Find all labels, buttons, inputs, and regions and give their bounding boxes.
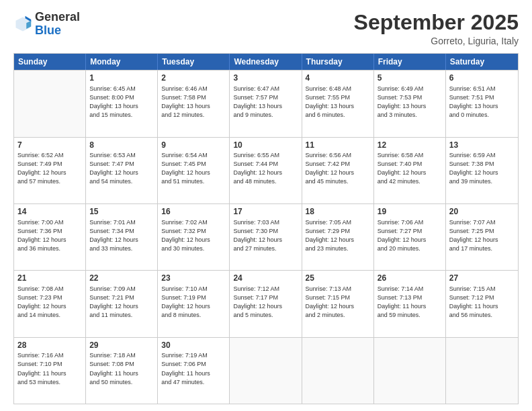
- day-number: 8: [89, 140, 154, 151]
- cal-cell-5-7: [446, 338, 518, 404]
- cell-text: Sunrise: 6:49 AMSunset: 7:53 PMDaylight:…: [378, 85, 442, 120]
- day-number: 21: [17, 273, 82, 284]
- cal-cell-2-1: 7Sunrise: 6:52 AMSunset: 7:49 PMDaylight…: [14, 138, 86, 203]
- cal-week-3: 14Sunrise: 7:00 AMSunset: 7:36 PMDayligh…: [14, 203, 518, 270]
- cell-text: Sunrise: 7:03 AMSunset: 7:30 PMDaylight:…: [233, 218, 298, 253]
- cell-text: Sunrise: 7:00 AMSunset: 7:36 PMDaylight:…: [17, 218, 82, 253]
- cal-cell-1-4: 3Sunrise: 6:47 AMSunset: 7:57 PMDaylight…: [230, 71, 302, 136]
- day-number: 20: [449, 206, 515, 218]
- cal-cell-5-1: 28Sunrise: 7:16 AMSunset: 7:10 PMDayligh…: [14, 338, 86, 404]
- cell-text: Sunrise: 6:48 AMSunset: 7:55 PMDaylight:…: [306, 85, 370, 120]
- logo-general: General: [35, 10, 80, 24]
- day-number: 23: [161, 273, 226, 284]
- cal-cell-2-2: 8Sunrise: 6:53 AMSunset: 7:47 PMDaylight…: [86, 138, 158, 203]
- cal-week-4: 21Sunrise: 7:08 AMSunset: 7:23 PMDayligh…: [14, 270, 518, 336]
- month-title: September 2025: [354, 11, 519, 34]
- cal-cell-4-7: 27Sunrise: 7:15 AMSunset: 7:12 PMDayligh…: [446, 271, 518, 336]
- cal-header-friday: Friday: [374, 54, 446, 70]
- day-number: 9: [161, 140, 226, 151]
- cell-text: Sunrise: 7:05 AMSunset: 7:29 PMDaylight:…: [306, 218, 370, 253]
- day-number: 17: [233, 206, 298, 218]
- day-number: 1: [89, 73, 154, 84]
- day-number: 18: [306, 206, 370, 218]
- cal-cell-3-7: 20Sunrise: 7:07 AMSunset: 7:25 PMDayligh…: [446, 204, 518, 270]
- cell-text: Sunrise: 7:16 AMSunset: 7:10 PMDaylight:…: [17, 351, 82, 386]
- title-block: September 2025 Gorreto, Liguria, Italy: [354, 11, 519, 46]
- cell-text: Sunrise: 6:47 AMSunset: 7:57 PMDaylight:…: [233, 85, 298, 120]
- day-number: 22: [89, 273, 154, 284]
- day-number: 19: [378, 206, 442, 218]
- day-number: 27: [449, 273, 515, 284]
- day-number: 16: [161, 206, 226, 218]
- cell-text: Sunrise: 6:55 AMSunset: 7:44 PMDaylight:…: [233, 151, 298, 186]
- cell-text: Sunrise: 7:06 AMSunset: 7:27 PMDaylight:…: [378, 218, 442, 253]
- cell-text: Sunrise: 7:07 AMSunset: 7:25 PMDaylight:…: [449, 218, 515, 253]
- cell-text: Sunrise: 6:46 AMSunset: 7:58 PMDaylight:…: [161, 85, 226, 120]
- day-number: 28: [17, 340, 82, 351]
- calendar-body: 1Sunrise: 6:45 AMSunset: 8:00 PMDaylight…: [14, 70, 518, 404]
- cal-cell-5-4: [230, 338, 302, 404]
- cal-cell-1-7: 6Sunrise: 6:51 AMSunset: 7:51 PMDaylight…: [446, 71, 518, 136]
- cal-cell-1-1: [14, 71, 86, 136]
- day-number: 6: [449, 73, 515, 84]
- cal-week-5: 28Sunrise: 7:16 AMSunset: 7:10 PMDayligh…: [14, 337, 518, 404]
- location: Gorreto, Liguria, Italy: [354, 36, 519, 46]
- cell-text: Sunrise: 7:18 AMSunset: 7:08 PMDaylight:…: [89, 351, 154, 386]
- day-number: 15: [89, 206, 154, 218]
- cal-cell-4-6: 26Sunrise: 7:14 AMSunset: 7:13 PMDayligh…: [374, 271, 446, 336]
- cal-cell-2-7: 13Sunrise: 6:59 AMSunset: 7:38 PMDayligh…: [446, 138, 518, 203]
- cell-text: Sunrise: 7:08 AMSunset: 7:23 PMDaylight:…: [17, 285, 82, 320]
- day-number: 26: [378, 273, 442, 284]
- cal-cell-2-3: 9Sunrise: 6:54 AMSunset: 7:45 PMDaylight…: [158, 138, 230, 203]
- day-number: 24: [233, 273, 298, 284]
- calendar-header: SundayMondayTuesdayWednesdayThursdayFrid…: [14, 54, 518, 70]
- cal-cell-3-4: 17Sunrise: 7:03 AMSunset: 7:30 PMDayligh…: [230, 204, 302, 270]
- calendar: SundayMondayTuesdayWednesdayThursdayFrid…: [13, 53, 519, 404]
- cell-text: Sunrise: 7:01 AMSunset: 7:34 PMDaylight:…: [89, 218, 154, 253]
- cell-text: Sunrise: 6:56 AMSunset: 7:42 PMDaylight:…: [306, 151, 370, 186]
- day-number: 14: [17, 206, 82, 218]
- cal-cell-3-6: 19Sunrise: 7:06 AMSunset: 7:27 PMDayligh…: [374, 204, 446, 270]
- logo-blue: Blue: [35, 24, 61, 37]
- cal-cell-3-2: 15Sunrise: 7:01 AMSunset: 7:34 PMDayligh…: [86, 204, 158, 270]
- cal-header-saturday: Saturday: [446, 54, 518, 70]
- cal-cell-5-6: [374, 338, 446, 404]
- logo-icon: [13, 15, 32, 34]
- cell-text: Sunrise: 7:02 AMSunset: 7:32 PMDaylight:…: [161, 218, 226, 253]
- day-number: 3: [233, 73, 298, 84]
- day-number: 5: [378, 73, 442, 84]
- cal-cell-4-1: 21Sunrise: 7:08 AMSunset: 7:23 PMDayligh…: [14, 271, 86, 336]
- cell-text: Sunrise: 7:15 AMSunset: 7:12 PMDaylight:…: [449, 285, 515, 320]
- day-number: 4: [306, 73, 370, 84]
- cal-cell-1-5: 4Sunrise: 6:48 AMSunset: 7:55 PMDaylight…: [302, 71, 374, 136]
- cell-text: Sunrise: 6:58 AMSunset: 7:40 PMDaylight:…: [378, 151, 442, 186]
- day-number: 10: [233, 140, 298, 151]
- cell-text: Sunrise: 7:12 AMSunset: 7:17 PMDaylight:…: [233, 285, 298, 320]
- cal-cell-1-6: 5Sunrise: 6:49 AMSunset: 7:53 PMDaylight…: [374, 71, 446, 136]
- cal-cell-4-2: 22Sunrise: 7:09 AMSunset: 7:21 PMDayligh…: [86, 271, 158, 336]
- cal-cell-2-4: 10Sunrise: 6:55 AMSunset: 7:44 PMDayligh…: [230, 138, 302, 203]
- cell-text: Sunrise: 6:45 AMSunset: 8:00 PMDaylight:…: [89, 85, 154, 120]
- cell-text: Sunrise: 7:10 AMSunset: 7:19 PMDaylight:…: [161, 285, 226, 320]
- day-number: 13: [449, 140, 515, 151]
- day-number: 29: [89, 340, 154, 351]
- cal-cell-4-4: 24Sunrise: 7:12 AMSunset: 7:17 PMDayligh…: [230, 271, 302, 336]
- cell-text: Sunrise: 6:52 AMSunset: 7:49 PMDaylight:…: [17, 151, 82, 186]
- cell-text: Sunrise: 7:09 AMSunset: 7:21 PMDaylight:…: [89, 285, 154, 320]
- cal-header-wednesday: Wednesday: [230, 54, 302, 70]
- day-number: 11: [306, 140, 370, 151]
- cal-cell-5-5: [302, 338, 374, 404]
- cal-cell-4-5: 25Sunrise: 7:13 AMSunset: 7:15 PMDayligh…: [302, 271, 374, 336]
- cal-cell-1-3: 2Sunrise: 6:46 AMSunset: 7:58 PMDaylight…: [158, 71, 230, 136]
- logo-text: General Blue: [35, 11, 80, 38]
- day-number: 30: [161, 340, 226, 351]
- cal-cell-3-3: 16Sunrise: 7:02 AMSunset: 7:32 PMDayligh…: [158, 204, 230, 270]
- cell-text: Sunrise: 6:53 AMSunset: 7:47 PMDaylight:…: [89, 151, 154, 186]
- cal-cell-3-5: 18Sunrise: 7:05 AMSunset: 7:29 PMDayligh…: [302, 204, 374, 270]
- header: General Blue September 2025 Gorreto, Lig…: [13, 11, 519, 46]
- cell-text: Sunrise: 7:19 AMSunset: 7:06 PMDaylight:…: [161, 351, 226, 386]
- logo: General Blue: [13, 11, 80, 38]
- cal-cell-4-3: 23Sunrise: 7:10 AMSunset: 7:19 PMDayligh…: [158, 271, 230, 336]
- page: General Blue September 2025 Gorreto, Lig…: [0, 0, 532, 411]
- cal-header-thursday: Thursday: [302, 54, 374, 70]
